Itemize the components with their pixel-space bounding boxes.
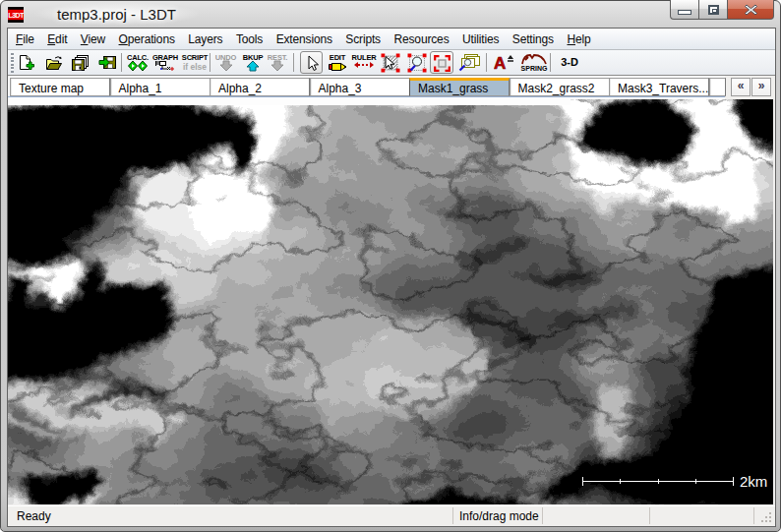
svg-text:A: A xyxy=(494,54,506,72)
svg-text:L3DT: L3DT xyxy=(8,11,24,20)
